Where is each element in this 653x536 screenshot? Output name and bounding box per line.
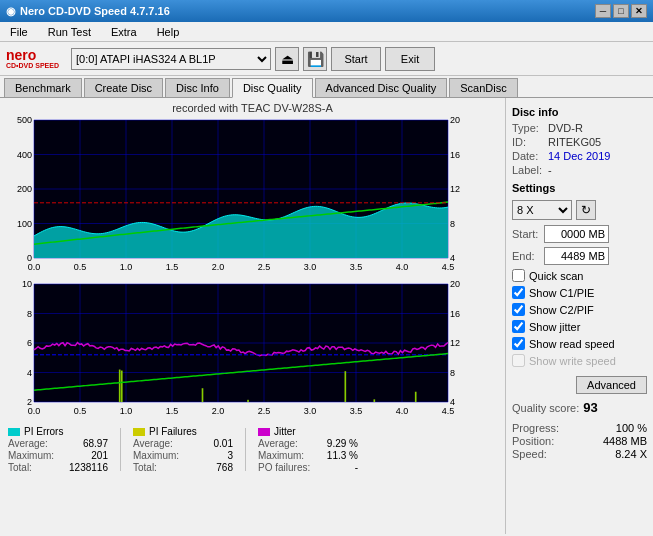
id-label: ID: bbox=[512, 136, 544, 148]
pi-failures-avg-value: 0.01 bbox=[214, 438, 233, 449]
type-value: DVD-R bbox=[548, 122, 583, 134]
legend-divider-2 bbox=[245, 428, 246, 471]
position-label: Position: bbox=[512, 435, 554, 447]
type-label: Type: bbox=[512, 122, 544, 134]
show-jitter-checkbox[interactable] bbox=[512, 320, 525, 333]
legend-jitter: Jitter Average: 9.29 % Maximum: 11.3 % P… bbox=[258, 426, 358, 473]
title-bar: ◉ Nero CD-DVD Speed 4.7.7.16 ─ □ ✕ bbox=[0, 0, 653, 22]
pi-failures-avg-label: Average: bbox=[133, 438, 173, 449]
pi-errors-title: PI Errors bbox=[24, 426, 63, 437]
close-button[interactable]: ✕ bbox=[631, 4, 647, 18]
jitter-avg-label: Average: bbox=[258, 438, 298, 449]
show-read-speed-label: Show read speed bbox=[529, 338, 615, 350]
tab-disc-info[interactable]: Disc Info bbox=[165, 78, 230, 97]
jitter-max-label: Maximum: bbox=[258, 450, 304, 461]
pi-errors-avg-label: Average: bbox=[8, 438, 48, 449]
menu-help[interactable]: Help bbox=[151, 24, 186, 40]
tab-create-disc[interactable]: Create Disc bbox=[84, 78, 163, 97]
upper-chart-container bbox=[4, 116, 501, 276]
pi-failures-total-label: Total: bbox=[133, 462, 157, 473]
progress-label: Progress: bbox=[512, 422, 559, 434]
app-title: Nero CD-DVD Speed 4.7.7.16 bbox=[20, 5, 170, 17]
start-row: Start: bbox=[512, 225, 647, 243]
menu-bar: File Run Test Extra Help bbox=[0, 22, 653, 42]
speed-display-label: Speed: bbox=[512, 448, 547, 460]
jitter-max-value: 11.3 % bbox=[327, 450, 358, 461]
jitter-color bbox=[258, 428, 270, 436]
start-button[interactable]: Start bbox=[331, 47, 381, 71]
tab-disc-quality[interactable]: Disc Quality bbox=[232, 78, 313, 98]
main-content: recorded with TEAC DV-W28S-A PI Errors A… bbox=[0, 98, 653, 534]
quick-scan-checkbox[interactable] bbox=[512, 269, 525, 282]
app-icon: ◉ bbox=[6, 5, 16, 18]
pi-failures-color bbox=[133, 428, 145, 436]
pi-errors-avg-value: 68.97 bbox=[83, 438, 108, 449]
end-input[interactable] bbox=[544, 247, 609, 265]
speed-select[interactable]: 8 X Max 4 X 12 X 16 X bbox=[512, 200, 572, 220]
quality-score-value: 93 bbox=[583, 400, 597, 415]
show-jitter-label: Show jitter bbox=[529, 321, 580, 333]
pi-failures-max-value: 3 bbox=[227, 450, 233, 461]
advanced-button[interactable]: Advanced bbox=[576, 376, 647, 394]
show-c1pie-row: Show C1/PIE bbox=[512, 286, 647, 299]
pi-failures-title: PI Failures bbox=[149, 426, 197, 437]
menu-run-test[interactable]: Run Test bbox=[42, 24, 97, 40]
settings-title: Settings bbox=[512, 182, 647, 194]
jitter-po-label: PO failures: bbox=[258, 462, 310, 473]
drive-select[interactable]: [0:0] ATAPI iHAS324 A BL1P bbox=[71, 48, 271, 70]
show-write-speed-row: Show write speed bbox=[512, 354, 647, 367]
show-write-speed-checkbox bbox=[512, 354, 525, 367]
quality-score-label: Quality score: bbox=[512, 402, 579, 414]
quick-scan-label: Quick scan bbox=[529, 270, 583, 282]
legend-area: PI Errors Average: 68.97 Maximum: 201 To… bbox=[4, 424, 501, 475]
app-logo: nero CD•DVD SPEED bbox=[6, 48, 59, 69]
tab-advanced-disc-quality[interactable]: Advanced Disc Quality bbox=[315, 78, 448, 97]
end-label: End: bbox=[512, 250, 540, 262]
refresh-button[interactable]: ↻ bbox=[576, 200, 596, 220]
eject-icon-btn[interactable]: ⏏ bbox=[275, 47, 299, 71]
label-value: - bbox=[548, 164, 552, 176]
disc-info-title: Disc info bbox=[512, 106, 647, 118]
show-read-speed-row: Show read speed bbox=[512, 337, 647, 350]
menu-extra[interactable]: Extra bbox=[105, 24, 143, 40]
end-row: End: bbox=[512, 247, 647, 265]
save-icon-btn[interactable]: 💾 bbox=[303, 47, 327, 71]
tab-benchmark[interactable]: Benchmark bbox=[4, 78, 82, 97]
label-label: Label: bbox=[512, 164, 544, 176]
show-c1pie-label: Show C1/PIE bbox=[529, 287, 594, 299]
pi-failures-total-value: 768 bbox=[216, 462, 233, 473]
tab-scan-disc[interactable]: ScanDisc bbox=[449, 78, 517, 97]
pi-errors-max-label: Maximum: bbox=[8, 450, 54, 461]
maximize-button[interactable]: □ bbox=[613, 4, 629, 18]
show-c1pie-checkbox[interactable] bbox=[512, 286, 525, 299]
date-label: Date: bbox=[512, 150, 544, 162]
start-input[interactable] bbox=[544, 225, 609, 243]
show-c2pif-checkbox[interactable] bbox=[512, 303, 525, 316]
logo-sub: CD•DVD SPEED bbox=[6, 62, 59, 69]
progress-section: Progress: 100 % Position: 4488 MB Speed:… bbox=[512, 421, 647, 461]
start-label: Start: bbox=[512, 228, 540, 240]
show-c2pif-row: Show C2/PIF bbox=[512, 303, 647, 316]
show-write-speed-label: Show write speed bbox=[529, 355, 616, 367]
menu-file[interactable]: File bbox=[4, 24, 34, 40]
quality-score-row: Quality score: 93 bbox=[512, 400, 647, 415]
pi-errors-color bbox=[8, 428, 20, 436]
pi-errors-total-label: Total: bbox=[8, 462, 32, 473]
speed-row: 8 X Max 4 X 12 X 16 X ↻ bbox=[512, 200, 647, 220]
pi-errors-max-value: 201 bbox=[91, 450, 108, 461]
speed-display-value: 8.24 X bbox=[615, 448, 647, 460]
pi-failures-max-label: Maximum: bbox=[133, 450, 179, 461]
upper-chart bbox=[4, 116, 474, 276]
legend-pi-failures: PI Failures Average: 0.01 Maximum: 3 Tot… bbox=[133, 426, 233, 473]
minimize-button[interactable]: ─ bbox=[595, 4, 611, 18]
jitter-title: Jitter bbox=[274, 426, 296, 437]
exit-button[interactable]: Exit bbox=[385, 47, 435, 71]
right-panel: Disc info Type: DVD-R ID: RITEKG05 Date:… bbox=[505, 98, 653, 534]
show-jitter-row: Show jitter bbox=[512, 320, 647, 333]
charts-area: recorded with TEAC DV-W28S-A PI Errors A… bbox=[0, 98, 505, 534]
show-read-speed-checkbox[interactable] bbox=[512, 337, 525, 350]
logo-nero: nero bbox=[6, 48, 59, 62]
id-value: RITEKG05 bbox=[548, 136, 601, 148]
lower-chart-container bbox=[4, 280, 501, 420]
progress-value: 100 % bbox=[616, 422, 647, 434]
